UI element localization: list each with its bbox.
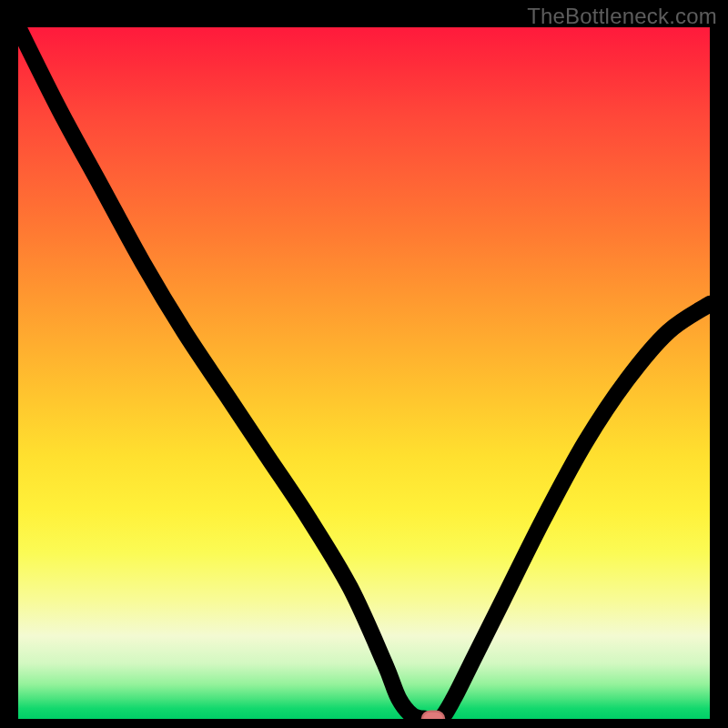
chart-frame: TheBottleneck.com: [0, 0, 728, 728]
watermark-text: TheBottleneck.com: [527, 4, 717, 29]
optimal-point-marker: [422, 712, 444, 719]
bottleneck-curve: [18, 27, 710, 719]
plot-area: [18, 27, 710, 719]
curve-svg: [18, 27, 710, 719]
